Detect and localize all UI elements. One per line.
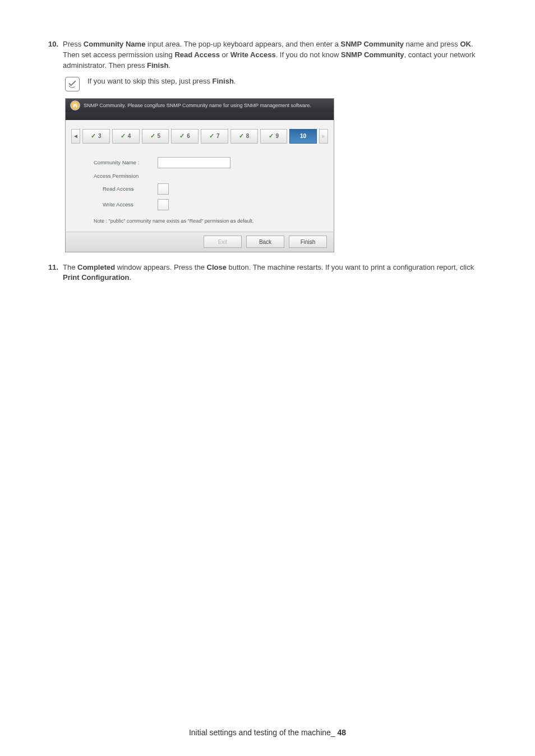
check-icon: ✓: [150, 132, 155, 140]
wizard-tab-8[interactable]: ✓8: [230, 129, 258, 144]
back-button[interactable]: Back: [246, 236, 284, 248]
footer-text: Initial settings and testing of the mach…: [189, 728, 331, 737]
wizard-form: Community Name : Access Permission Read …: [66, 151, 334, 232]
check-icon: ✓: [121, 132, 126, 140]
step-text: The Completed window appears. Press the …: [63, 262, 490, 284]
wizard-note: Note : "public" community name exists as…: [94, 218, 306, 224]
wizard-tab-5[interactable]: ✓5: [142, 129, 169, 144]
wizard-tab-10[interactable]: 10: [289, 129, 317, 144]
note-row: If you want to skip this step, just pres…: [65, 77, 490, 91]
page-number: 48: [338, 728, 347, 737]
check-icon: ✓: [269, 132, 274, 140]
wizard-tab-9[interactable]: ✓9: [260, 129, 288, 144]
wizard-tab-6[interactable]: ✓6: [171, 129, 199, 144]
wizard-subbar: [66, 112, 334, 120]
note-icon: [65, 77, 80, 91]
access-permission-label: Access Permission: [94, 173, 150, 179]
community-name-input[interactable]: [158, 157, 230, 168]
wizard-tab-7[interactable]: ✓7: [201, 129, 228, 144]
wizard-tab-4[interactable]: ✓4: [112, 129, 140, 144]
note-text: If you want to skip this step, just pres…: [87, 77, 236, 85]
step-10: 10. Press Community Name input area. The…: [45, 39, 490, 71]
community-name-label: Community Name :: [94, 159, 150, 165]
read-access-label: Read Access: [94, 186, 150, 192]
wizard-footer: Exit Back Finish: [66, 232, 334, 252]
step-text: Press Community Name input area. The pop…: [63, 39, 490, 71]
check-icon: ✓: [209, 132, 214, 140]
wizard-header: SNMP Community. Please congifure SNMP Co…: [66, 99, 334, 112]
wizard-dialog: SNMP Community. Please congifure SNMP Co…: [65, 98, 334, 252]
check-icon: ✓: [239, 132, 244, 140]
tabs-next-button[interactable]: ►: [319, 129, 328, 144]
wizard-tab-3[interactable]: ✓3: [82, 129, 110, 144]
tabs-prev-button[interactable]: ◄: [71, 129, 80, 144]
check-icon: ✓: [91, 132, 96, 140]
step-number: 11.: [45, 262, 58, 284]
wizard-tabs: ◄ ✓3 ✓4 ✓5 ✓6 ✓7 ✓8 ✓9 10 ►: [66, 120, 334, 151]
page-footer: Initial settings and testing of the mach…: [0, 728, 535, 737]
read-access-checkbox[interactable]: [158, 183, 169, 195]
write-access-label: Write Access: [94, 201, 150, 208]
wizard-header-text: SNMP Community. Please congifure SNMP Co…: [84, 103, 311, 108]
check-icon: ✓: [179, 132, 185, 140]
home-icon[interactable]: [70, 100, 80, 110]
step-number: 10.: [45, 39, 58, 71]
exit-button[interactable]: Exit: [204, 236, 242, 248]
step-11: 11. The Completed window appears. Press …: [45, 262, 490, 284]
write-access-checkbox[interactable]: [158, 199, 169, 210]
finish-button[interactable]: Finish: [289, 236, 327, 248]
